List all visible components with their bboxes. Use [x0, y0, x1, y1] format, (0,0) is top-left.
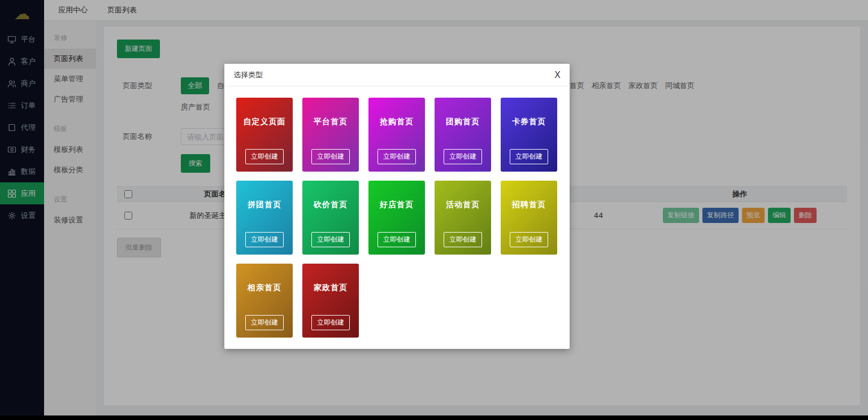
type-card-title: 卡券首页 [501, 98, 557, 127]
type-card-title: 平台首页 [302, 98, 359, 127]
type-card-activity-home[interactable]: 活动首页 立即创建 [435, 181, 491, 255]
type-card-recruit-home[interactable]: 招聘首页 立即创建 [501, 181, 557, 255]
create-now-button[interactable]: 立即创建 [311, 232, 350, 247]
type-card-dating-home[interactable]: 相亲首页 立即创建 [236, 264, 293, 338]
create-now-button[interactable]: 立即创建 [377, 232, 416, 247]
type-card-housekeeping-home[interactable]: 家政首页 立即创建 [302, 264, 359, 338]
type-card-title: 自定义页面 [236, 98, 293, 127]
create-now-button[interactable]: 立即创建 [510, 232, 548, 247]
type-card-title: 相亲首页 [236, 264, 293, 293]
close-icon[interactable]: X [554, 71, 561, 80]
type-card-good-shop-home[interactable]: 好店首页 立即创建 [368, 181, 425, 255]
select-type-modal: 选择类型 X 自定义页面 立即创建 平台首页 立即创建 抢购首页 立即创建 团购… [224, 64, 570, 349]
type-card-platform-home[interactable]: 平台首页 立即创建 [302, 98, 359, 172]
create-now-button[interactable]: 立即创建 [245, 149, 284, 164]
type-card-title: 招聘首页 [501, 181, 557, 210]
type-card-title: 拼团首页 [236, 181, 293, 210]
type-card-grid: 自定义页面 立即创建 平台首页 立即创建 抢购首页 立即创建 团购首页 立即创建… [224, 86, 570, 349]
type-card-title: 抢购首页 [368, 98, 425, 127]
type-card-custom-page[interactable]: 自定义页面 立即创建 [236, 98, 293, 172]
create-now-button[interactable]: 立即创建 [377, 149, 416, 164]
type-card-title: 活动首页 [435, 181, 491, 210]
type-card-title: 团购首页 [435, 98, 491, 127]
type-card-coupon-home[interactable]: 卡券首页 立即创建 [501, 98, 557, 172]
type-card-title: 好店首页 [368, 181, 425, 210]
type-card-bargain-home[interactable]: 砍价首页 立即创建 [302, 181, 359, 255]
type-card-pin-group-home[interactable]: 拼团首页 立即创建 [236, 181, 293, 255]
modal-header: 选择类型 X [224, 64, 570, 86]
create-now-button[interactable]: 立即创建 [311, 149, 350, 164]
type-card-title: 家政首页 [302, 264, 359, 293]
create-now-button[interactable]: 立即创建 [245, 315, 284, 330]
type-card-flash-sale-home[interactable]: 抢购首页 立即创建 [368, 98, 425, 172]
create-now-button[interactable]: 立即创建 [245, 232, 284, 247]
create-now-button[interactable]: 立即创建 [311, 315, 350, 330]
create-now-button[interactable]: 立即创建 [444, 149, 482, 164]
modal-title: 选择类型 [233, 70, 263, 80]
type-card-group-buy-home[interactable]: 团购首页 立即创建 [435, 98, 491, 172]
type-card-title: 砍价首页 [302, 181, 359, 210]
create-now-button[interactable]: 立即创建 [444, 232, 482, 247]
create-now-button[interactable]: 立即创建 [510, 149, 548, 164]
